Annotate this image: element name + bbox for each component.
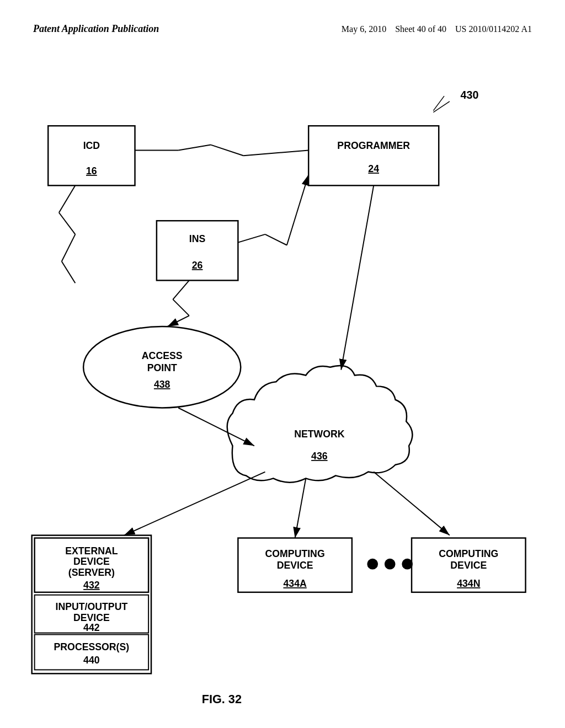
svg-line-20 [124,472,265,536]
ins-label: INS [189,233,206,244]
network-number: 436 [311,451,328,462]
computing-n-number: 434N [457,578,480,589]
svg-line-17 [168,315,189,326]
access-point-label2: POINT [147,362,177,373]
computing-n-label1: COMPUTING [439,548,498,559]
external-device-label2: DEVICE [73,556,110,567]
ellipsis-dot2 [385,559,396,570]
svg-line-9 [59,213,76,234]
io-device-number: 442 [83,622,100,633]
svg-line-22 [374,472,450,536]
svg-line-5 [178,145,211,151]
network-label: NETWORK [294,429,345,440]
svg-line-8 [59,185,76,212]
svg-line-12 [238,234,265,243]
icd-number: 16 [86,165,97,176]
publication-label: Patent Application Publication [33,22,159,36]
processor-number: 440 [83,655,100,666]
ellipsis-dot1 [367,559,378,570]
processor-label: PROCESSOR(S) [54,641,130,652]
svg-line-18 [178,408,254,446]
computing-a-label2: DEVICE [277,560,313,571]
svg-line-19 [341,185,374,370]
svg-line-14 [287,175,308,245]
programmer-box [308,126,439,185]
access-point-label: ACCESS [142,350,183,361]
network-cloud [227,366,413,483]
svg-line-16 [173,299,189,316]
computing-a-number: 434A [283,578,307,589]
svg-line-6 [211,145,243,156]
ins-number: 26 [192,260,203,271]
io-device-label2: DEVICE [73,612,110,623]
svg-line-7 [243,150,308,156]
programmer-number: 24 [368,163,379,174]
figure-ref-number: 430 [461,89,479,101]
ellipsis-dot3 [402,559,413,570]
figure-label: FIG. 32 [202,692,242,706]
page-header: Patent Application Publication May 6, 20… [0,0,565,36]
svg-line-15 [173,280,189,299]
svg-line-21 [295,478,306,538]
ins-box [157,221,238,280]
computing-n-label2: DEVICE [450,560,487,571]
computing-a-label1: COMPUTING [265,548,325,559]
diagram-area: 430 ICD 16 PROGRAMMER 24 INS 26 ACCESS P… [0,66,565,717]
svg-line-11 [62,261,76,283]
external-device-label3: (SERVER) [68,567,115,578]
io-device-label1: INPUT/OUTPUT [56,601,128,612]
programmer-label: PROGRAMMER [337,140,410,151]
icd-label: ICD [83,140,100,151]
external-device-number: 432 [83,580,100,591]
access-point-number: 438 [154,379,170,390]
svg-line-13 [265,234,287,245]
svg-line-10 [62,234,76,261]
external-device-label1: EXTERNAL [65,545,118,556]
header-info: May 6, 2010 Sheet 40 of 40 US 2010/01142… [342,22,532,36]
